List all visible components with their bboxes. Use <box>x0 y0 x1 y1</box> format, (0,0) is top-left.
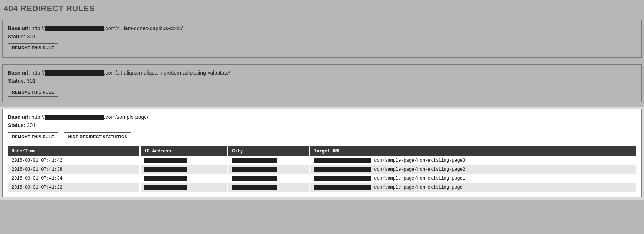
cell-datetime: 2016-03-01 07:41:34 <box>8 174 140 183</box>
redacted-target-domain <box>314 185 371 190</box>
status-label: Status: <box>8 34 25 39</box>
status-label: Status: <box>8 122 25 128</box>
cell-target-suffix: .com/sample-page/non-existing-page1 <box>371 176 465 181</box>
status-label: Status: <box>8 78 25 84</box>
redacted-target-domain <box>314 167 371 172</box>
cell-target: .com/sample-page/non-existing-page <box>309 183 636 192</box>
redacted-domain <box>45 115 104 120</box>
table-header-row: Date/Time IP Address City Target URL <box>8 146 636 156</box>
redacted-city <box>232 185 277 190</box>
base-url-prefix: http:// <box>32 114 45 120</box>
redacted-ip <box>144 167 187 172</box>
rule-base-url: Base url: http://.com/sit-aliquam-aliqua… <box>8 69 636 77</box>
cell-datetime: 2016-03-01 07:41:42 <box>8 156 140 165</box>
cell-ip <box>140 183 228 192</box>
table-row: 2016-03-01 07:41:38 .com/sample-page/non… <box>8 165 636 174</box>
status-value: 301 <box>27 78 35 84</box>
redirect-rule-card: Base url: http://.com/nullam-donec-dapib… <box>2 20 642 58</box>
page-title: 404 REDIRECT RULES <box>2 2 642 20</box>
cell-city <box>228 183 309 192</box>
table-header-city: City <box>228 146 309 156</box>
cell-target-suffix: .com/sample-page/non-existing-page <box>371 185 463 190</box>
redacted-target-domain <box>314 158 371 163</box>
redacted-ip <box>144 176 187 181</box>
base-url-suffix: .com/sample-page/ <box>104 114 148 120</box>
redacted-city <box>232 167 277 172</box>
redacted-ip <box>144 158 187 163</box>
cell-target-suffix: .com/sample-page/non-existing-page3 <box>371 158 465 163</box>
table-header-ip: IP Address <box>140 146 228 156</box>
cell-target: .com/sample-page/non-existing-page1 <box>309 174 636 183</box>
cell-datetime: 2016-03-01 07:41:22 <box>8 183 140 192</box>
remove-rule-button[interactable]: REMOVE THIS RULE <box>8 43 58 52</box>
base-url-suffix: .com/nullam-donec-dapibus-dolor/ <box>104 25 183 31</box>
cell-city <box>228 174 309 183</box>
base-url-label: Base url: <box>8 70 30 76</box>
table-row: 2016-03-01 07:41:22 .com/sample-page/non… <box>8 183 636 192</box>
redacted-ip <box>144 185 187 190</box>
cell-ip <box>140 165 228 174</box>
cell-target: .com/sample-page/non-existing-page3 <box>309 156 636 165</box>
base-url-prefix: http:// <box>32 25 45 31</box>
cell-ip <box>140 156 228 165</box>
base-url-label: Base url: <box>8 25 30 31</box>
rule-status: Status: 301 <box>8 78 636 85</box>
hide-redirect-statistics-button[interactable]: HIDE REDIRECT STATISTICS <box>64 132 131 141</box>
table-header-target: Target URL <box>309 146 636 156</box>
rule-base-url: Base url: http://.com/nullam-donec-dapib… <box>8 25 636 32</box>
base-url-prefix: http:// <box>32 70 45 76</box>
redacted-domain <box>45 70 104 76</box>
redacted-target-domain <box>314 176 371 181</box>
redacted-domain <box>45 26 104 31</box>
redacted-city <box>232 176 277 181</box>
table-row: 2016-03-01 07:41:34 .com/sample-page/non… <box>8 174 636 183</box>
table-row: 2016-03-01 07:41:42 .com/sample-page/non… <box>8 156 636 165</box>
cell-target-suffix: .com/sample-page/non-existing-page2 <box>371 167 465 172</box>
base-url-label: Base url: <box>8 114 30 120</box>
rule-base-url: Base url: http://.com/sample-page/ <box>8 114 636 121</box>
rule-status: Status: 301 <box>8 33 636 41</box>
cell-city <box>228 165 309 174</box>
remove-rule-button[interactable]: REMOVE THIS RULE <box>8 132 58 141</box>
rule-status: Status: 301 <box>8 122 636 129</box>
redacted-city <box>232 158 277 163</box>
redirect-rule-card: Base url: http://.com/sit-aliquam-aliqua… <box>2 64 642 102</box>
cell-ip <box>140 174 228 183</box>
cell-datetime: 2016-03-01 07:41:38 <box>8 165 140 174</box>
base-url-suffix: .com/sit-aliquam-aliquam-pretium-adipisc… <box>104 70 230 76</box>
redirect-statistics-table: Date/Time IP Address City Target URL 201… <box>8 146 636 192</box>
status-value: 301 <box>27 122 35 128</box>
status-value: 301 <box>27 34 35 39</box>
remove-rule-button[interactable]: REMOVE THIS RULE <box>8 88 58 97</box>
cell-target: .com/sample-page/non-existing-page2 <box>309 165 636 174</box>
redirect-rule-card: Base url: http://.com/sample-page/ Statu… <box>2 109 642 197</box>
cell-city <box>228 156 309 165</box>
table-header-datetime: Date/Time <box>8 146 140 156</box>
